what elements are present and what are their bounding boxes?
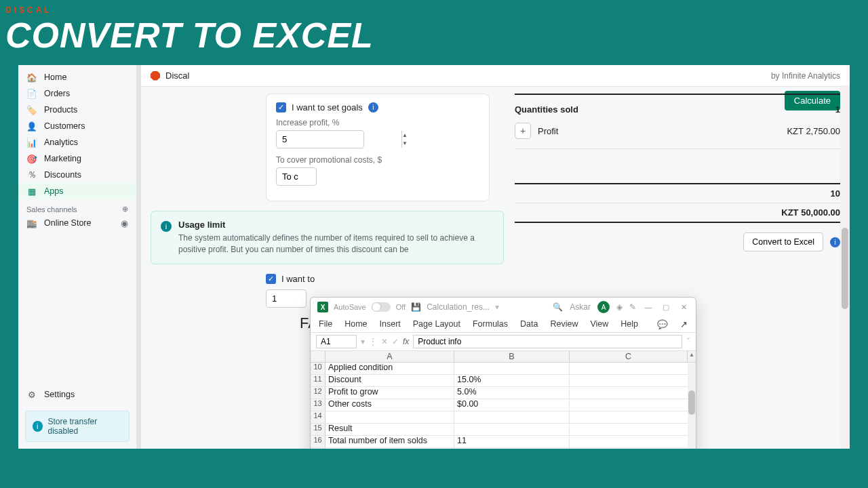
- cell[interactable]: [570, 387, 696, 399]
- cell[interactable]: [454, 411, 570, 423]
- scrollbar-thumb[interactable]: [842, 228, 848, 309]
- cell[interactable]: [570, 363, 696, 374]
- formula-input[interactable]: [413, 335, 682, 348]
- cell[interactable]: [570, 448, 696, 449]
- cell[interactable]: Profit to grow: [326, 387, 454, 399]
- sidebar-item-discounts[interactable]: ％Discounts: [18, 167, 136, 183]
- view-store-icon[interactable]: ◉: [121, 218, 128, 228]
- fx-icon[interactable]: fx: [403, 337, 409, 346]
- cell[interactable]: 15.0%: [454, 375, 570, 386]
- cell[interactable]: [454, 363, 570, 374]
- sidebar-item-home[interactable]: 🏠Home: [18, 69, 136, 85]
- grid-row[interactable]: 16Total number of item solds11: [311, 436, 696, 448]
- share-icon[interactable]: ↗: [680, 319, 688, 329]
- sidebar-item-products[interactable]: 🏷️Products: [18, 102, 136, 118]
- save-icon[interactable]: 💾: [411, 302, 421, 312]
- chevron-down-icon[interactable]: ▾: [495, 302, 499, 312]
- cell[interactable]: 5.0%: [454, 387, 570, 399]
- cancel-icon[interactable]: ✕: [381, 337, 388, 346]
- row-header[interactable]: 17: [311, 448, 326, 449]
- sidebar-item-settings[interactable]: ⚙ Settings: [18, 385, 136, 404]
- row-header[interactable]: 11: [311, 375, 326, 386]
- step-down[interactable]: ▼: [402, 140, 408, 148]
- autosave-toggle[interactable]: [372, 302, 391, 312]
- grid-row[interactable]: 14: [311, 411, 696, 424]
- limit-checkbox[interactable]: ✓: [266, 274, 276, 284]
- cell[interactable]: Total number of item solds: [326, 436, 454, 447]
- sidebar-item-apps[interactable]: ▦Apps: [18, 183, 136, 199]
- cell[interactable]: [570, 399, 696, 411]
- cell[interactable]: [570, 375, 696, 386]
- cell[interactable]: Discount: [326, 375, 454, 386]
- cell[interactable]: Result: [326, 424, 454, 435]
- scrollbar-thumb[interactable]: [688, 390, 695, 415]
- cell[interactable]: [454, 424, 570, 435]
- tab-page-layout[interactable]: Page Layout: [413, 319, 460, 329]
- sidebar-item-online-store[interactable]: 🏬 Online Store ◉: [18, 215, 136, 231]
- col-header-a[interactable]: A: [326, 351, 454, 362]
- tab-data[interactable]: Data: [520, 319, 538, 329]
- close-button[interactable]: ✕: [678, 302, 689, 312]
- tab-review[interactable]: Review: [550, 319, 578, 329]
- expand-profit-button[interactable]: +: [515, 123, 531, 139]
- cell[interactable]: $162,750.00: [454, 448, 570, 449]
- sidebar-item-customers[interactable]: 👤Customers: [18, 118, 136, 134]
- col-header-c[interactable]: C: [570, 351, 688, 362]
- excel-filename[interactable]: Calculation_res...: [427, 302, 490, 312]
- search-icon[interactable]: 🔍: [553, 302, 563, 312]
- row-header[interactable]: 15: [311, 424, 326, 435]
- chevron-down-icon[interactable]: ▾: [361, 337, 365, 346]
- cover-costs-input[interactable]: [277, 168, 401, 185]
- info-icon[interactable]: i: [368, 102, 378, 113]
- tab-home[interactable]: Home: [344, 319, 367, 329]
- convert-to-excel-button[interactable]: Convert to Excel: [743, 232, 823, 251]
- goals-checkbox[interactable]: ✓: [276, 102, 286, 113]
- diamond-icon[interactable]: ◈: [616, 302, 623, 312]
- tab-insert[interactable]: Insert: [380, 319, 401, 329]
- grid-row[interactable]: 17Total sales$162,750.00: [311, 448, 696, 449]
- spreadsheet-grid[interactable]: A B C ▲ 10Applied condition11Discount15.…: [311, 351, 696, 449]
- tab-file[interactable]: File: [319, 319, 332, 329]
- pen-icon[interactable]: ✎: [629, 302, 636, 312]
- maximize-button[interactable]: ▢: [660, 302, 671, 312]
- grid-scrollbar[interactable]: [688, 363, 696, 449]
- add-channel-icon[interactable]: ⊕: [122, 205, 128, 214]
- grid-row[interactable]: 10Applied condition: [311, 363, 696, 375]
- user-avatar[interactable]: A: [597, 301, 610, 313]
- tab-view[interactable]: View: [590, 319, 608, 329]
- cell[interactable]: [570, 411, 696, 423]
- main-scrollbar[interactable]: [840, 85, 850, 449]
- row-header[interactable]: 14: [311, 411, 326, 423]
- grid-row[interactable]: 13Other costs$0.00: [311, 399, 696, 411]
- cell[interactable]: Applied condition: [326, 363, 454, 374]
- expand-formula-icon[interactable]: ˅: [686, 337, 690, 346]
- cell[interactable]: 11: [454, 436, 570, 447]
- row-header[interactable]: 16: [311, 436, 326, 447]
- cell[interactable]: [326, 411, 454, 423]
- cell[interactable]: Total sales: [326, 448, 454, 449]
- tab-formulas[interactable]: Formulas: [473, 319, 508, 329]
- increase-profit-input[interactable]: [277, 131, 401, 148]
- sidebar-item-marketing[interactable]: 🎯Marketing: [18, 150, 136, 167]
- cell[interactable]: Other costs: [326, 399, 454, 411]
- sidebar-item-analytics[interactable]: 📊Analytics: [18, 134, 136, 150]
- excel-titlebar[interactable]: X AutoSave Off 💾 Calculation_res... ▾ 🔍 …: [311, 298, 696, 317]
- col-header-b[interactable]: B: [454, 351, 570, 362]
- row-header[interactable]: 10: [311, 363, 326, 374]
- grid-row[interactable]: 12Profit to grow5.0%: [311, 387, 696, 399]
- info-icon[interactable]: i: [830, 237, 840, 247]
- tab-help[interactable]: Help: [620, 319, 638, 329]
- grid-row[interactable]: 11Discount15.0%: [311, 375, 696, 387]
- row-header[interactable]: 12: [311, 387, 326, 399]
- sidebar-item-orders[interactable]: 📄Orders: [18, 85, 136, 102]
- accept-icon[interactable]: ✓: [392, 337, 399, 346]
- minimize-button[interactable]: —: [643, 302, 654, 312]
- row-header[interactable]: 13: [311, 399, 326, 411]
- cell[interactable]: $0.00: [454, 399, 570, 411]
- comments-icon[interactable]: 💬: [657, 319, 668, 329]
- cell[interactable]: [570, 436, 696, 447]
- cell[interactable]: [570, 424, 696, 435]
- grid-row[interactable]: 15Result: [311, 424, 696, 436]
- cell-reference-input[interactable]: [316, 335, 357, 348]
- step-up[interactable]: ▲: [402, 131, 408, 140]
